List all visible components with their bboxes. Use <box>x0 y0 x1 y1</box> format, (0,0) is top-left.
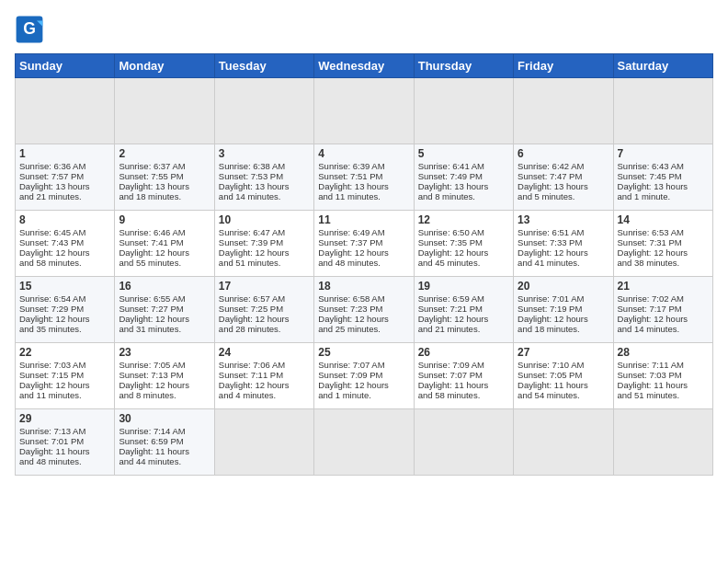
calendar-cell: 28Sunrise: 7:11 AMSunset: 7:03 PMDayligh… <box>613 343 712 409</box>
day-number: 25 <box>318 346 409 359</box>
day-info: Sunrise: 6:39 AM <box>318 161 409 171</box>
day-info: and 51 minutes. <box>219 258 310 268</box>
calendar-cell: 23Sunrise: 7:05 AMSunset: 7:13 PMDayligh… <box>115 343 214 409</box>
day-info: and 14 minutes. <box>618 324 709 334</box>
day-info: Sunset: 7:09 PM <box>318 370 409 380</box>
day-number: 16 <box>119 280 210 293</box>
day-info: and 58 minutes. <box>19 258 110 268</box>
day-info: and 48 minutes. <box>19 456 110 466</box>
day-info: Sunset: 7:39 PM <box>219 237 310 247</box>
day-info: Sunset: 7:21 PM <box>418 304 509 314</box>
day-number: 10 <box>219 213 310 226</box>
calendar-cell: 27Sunrise: 7:10 AMSunset: 7:05 PMDayligh… <box>514 343 613 409</box>
day-info: Sunset: 7:23 PM <box>318 304 409 314</box>
day-info: Sunrise: 7:11 AM <box>618 360 709 370</box>
day-info: Sunset: 7:43 PM <box>19 237 110 247</box>
day-info: and 14 minutes. <box>219 191 310 201</box>
header: G <box>15 15 713 44</box>
calendar-cell <box>414 78 513 144</box>
day-number: 29 <box>19 412 110 425</box>
day-number: 23 <box>119 346 210 359</box>
day-info: Sunset: 7:05 PM <box>518 370 609 380</box>
day-info: Sunset: 7:27 PM <box>119 304 210 314</box>
day-info: Sunset: 6:59 PM <box>119 436 210 446</box>
day-number: 6 <box>518 147 609 160</box>
day-info: and 5 minutes. <box>518 191 609 201</box>
day-info: Sunset: 7:57 PM <box>19 171 110 181</box>
day-info: Sunset: 7:15 PM <box>19 370 110 380</box>
day-info: Sunrise: 6:53 AM <box>618 227 709 237</box>
day-info: Sunrise: 6:45 AM <box>19 227 110 237</box>
day-header-wednesday: Wednesday <box>314 54 414 78</box>
day-info: Sunrise: 6:38 AM <box>219 161 310 171</box>
logo: G <box>15 15 48 44</box>
calendar-cell <box>514 409 613 476</box>
day-info: Sunrise: 6:54 AM <box>19 293 110 304</box>
calendar-cell: 12Sunrise: 6:50 AMSunset: 7:35 PMDayligh… <box>414 211 513 277</box>
day-number: 4 <box>318 147 409 160</box>
day-info: Daylight: 12 hours <box>219 247 310 258</box>
calendar-cell <box>214 409 313 476</box>
day-header-monday: Monday <box>115 54 214 78</box>
day-info: and 21 minutes. <box>19 191 110 201</box>
day-info: Sunset: 7:49 PM <box>418 171 509 181</box>
day-header-friday: Friday <box>514 54 613 78</box>
day-info: Daylight: 11 hours <box>518 380 609 390</box>
day-info: Daylight: 12 hours <box>219 314 310 324</box>
day-info: and 44 minutes. <box>119 456 210 466</box>
day-number: 8 <box>19 213 110 226</box>
calendar-cell <box>514 78 613 144</box>
day-info: Sunrise: 6:42 AM <box>518 161 609 171</box>
day-info: and 48 minutes. <box>318 258 409 268</box>
calendar-row: 29Sunrise: 7:13 AMSunset: 7:01 PMDayligh… <box>16 409 713 476</box>
day-info: Daylight: 12 hours <box>618 314 709 324</box>
day-info: Daylight: 13 hours <box>19 181 110 191</box>
day-info: Sunset: 7:51 PM <box>318 171 409 181</box>
svg-text:G: G <box>23 19 36 38</box>
day-number: 19 <box>418 280 509 293</box>
calendar-table: SundayMondayTuesdayWednesdayThursdayFrid… <box>15 53 713 476</box>
day-number: 14 <box>618 213 709 226</box>
calendar-cell: 20Sunrise: 7:01 AMSunset: 7:19 PMDayligh… <box>514 277 613 343</box>
day-number: 21 <box>618 280 709 293</box>
day-number: 28 <box>618 346 709 359</box>
day-info: and 18 minutes. <box>518 324 609 334</box>
day-info: Sunset: 7:41 PM <box>119 237 210 247</box>
day-info: and 18 minutes. <box>119 191 210 201</box>
calendar-cell <box>414 409 513 476</box>
day-header-thursday: Thursday <box>414 54 513 78</box>
day-info: Daylight: 12 hours <box>19 247 110 258</box>
day-number: 2 <box>119 147 210 160</box>
day-number: 7 <box>618 147 709 160</box>
calendar-cell: 21Sunrise: 7:02 AMSunset: 7:17 PMDayligh… <box>613 277 712 343</box>
day-info: Sunset: 7:03 PM <box>618 370 709 380</box>
day-info: and 28 minutes. <box>219 324 310 334</box>
day-info: Daylight: 12 hours <box>119 380 210 390</box>
calendar-cell: 11Sunrise: 6:49 AMSunset: 7:37 PMDayligh… <box>314 211 414 277</box>
day-info: Daylight: 12 hours <box>318 314 409 324</box>
day-info: Daylight: 13 hours <box>618 181 709 191</box>
calendar-cell: 22Sunrise: 7:03 AMSunset: 7:15 PMDayligh… <box>16 343 115 409</box>
day-info: Sunrise: 6:58 AM <box>318 293 409 304</box>
day-info: Daylight: 13 hours <box>119 181 210 191</box>
calendar-cell: 13Sunrise: 6:51 AMSunset: 7:33 PMDayligh… <box>514 211 613 277</box>
day-info: Daylight: 12 hours <box>19 314 110 324</box>
calendar-cell: 19Sunrise: 6:59 AMSunset: 7:21 PMDayligh… <box>414 277 513 343</box>
calendar-cell: 30Sunrise: 7:14 AMSunset: 6:59 PMDayligh… <box>115 409 214 476</box>
day-info: and 41 minutes. <box>518 258 609 268</box>
calendar-row: 8Sunrise: 6:45 AMSunset: 7:43 PMDaylight… <box>16 211 713 277</box>
day-info: Sunrise: 7:10 AM <box>518 360 609 370</box>
day-info: Daylight: 11 hours <box>618 380 709 390</box>
day-info: Sunrise: 7:07 AM <box>318 360 409 370</box>
day-info: Daylight: 12 hours <box>119 314 210 324</box>
day-number: 26 <box>418 346 509 359</box>
day-info: Sunset: 7:31 PM <box>618 237 709 247</box>
day-number: 11 <box>318 213 409 226</box>
day-info: Daylight: 13 hours <box>318 181 409 191</box>
day-info: Sunrise: 7:02 AM <box>618 293 709 304</box>
calendar-cell <box>314 409 414 476</box>
day-info: Sunset: 7:45 PM <box>618 171 709 181</box>
day-info: Daylight: 11 hours <box>418 380 509 390</box>
day-info: Sunset: 7:01 PM <box>19 436 110 446</box>
calendar-cell: 1Sunrise: 6:36 AMSunset: 7:57 PMDaylight… <box>16 144 115 211</box>
